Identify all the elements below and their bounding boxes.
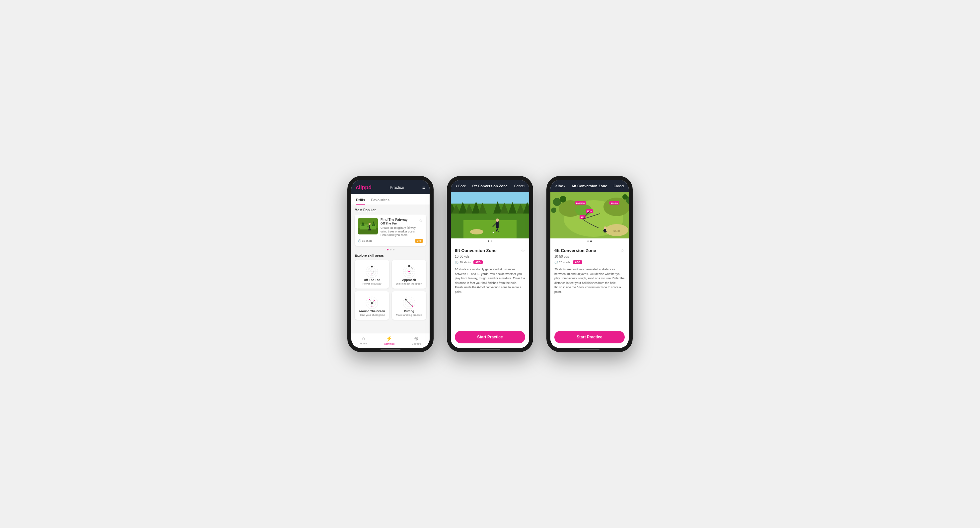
home-indicator-2 [480,349,500,350]
back-button[interactable]: < Back [455,184,466,188]
drill-title: Find The Fairway [380,218,416,222]
home-indicator [380,349,401,350]
clock-icon: 🕐 [358,239,362,242]
drill-meta-row: 🕐 20 shots ARG [455,260,525,264]
dot-3 [393,249,395,250]
skill-card-around-green[interactable]: Around The Green Hone your short game [355,291,389,320]
drill-range-3: 10-50 yds [554,255,625,258]
phone-2-screen: < Back 6ft Conversion Zone Cancel [451,180,529,348]
drill-tag: OTT [415,239,423,243]
favorite-icon[interactable]: ☆ [419,218,423,237]
explore-title: Explore skill areas [355,254,426,257]
capture-label: Capture [412,342,421,345]
nav-activities[interactable]: ⚡ Activities [384,335,395,345]
app-logo: clippd [356,185,372,191]
app-header: clippd Practice ≡ [351,180,430,194]
svg-text:ROUGH: ROUGH [611,202,618,204]
svg-point-28 [408,271,410,272]
home-icon: ⌂ [362,335,365,341]
svg-point-69 [493,232,494,233]
svg-text:FAIRWAY: FAIRWAY [576,202,585,204]
skill-desc-putting: Make and lag practice [396,313,422,316]
phone-1: clippd Practice ≡ Drills Favourites Most… [347,176,434,352]
drill-meta: 🕐 10 shots OTT [358,239,423,243]
phone-2: < Back 6ft Conversion Zone Cancel [447,176,533,352]
drill-card-find-fairway[interactable]: Find The Fairway Off The Tee Create an i… [355,215,426,246]
svg-point-21 [372,274,372,274]
nav-capture[interactable]: ⊕ Capture [412,335,421,345]
image-dots [451,238,529,244]
phone-1-screen: clippd Practice ≡ Drills Favourites Most… [351,180,430,348]
drill-header-row-3: 6ft Conversion Zone ☆ [554,248,625,254]
activities-icon: ⚡ [386,335,393,342]
svg-point-45 [412,306,413,307]
drill-meta-row-3: 🕐 20 shots ARG [554,260,625,264]
drill-shots: 🕐 10 shots [358,239,372,242]
favorite-button[interactable]: ☆ [521,248,525,254]
skill-card-approach[interactable]: Approach Dial-in to hit the green [392,260,426,289]
drill-description-text-3: 20 shots are randomly generated at dista… [554,267,625,294]
back-button-3[interactable]: < Back [555,184,565,188]
drill-range: 10-50 yds [455,255,525,258]
skill-desc-off-tee: Power accuracy [363,282,382,285]
dot-2 [390,249,391,250]
start-practice-button[interactable]: Start Practice [455,331,525,343]
off-tee-icon [364,263,380,278]
home-indicator-3 [579,349,600,350]
detail-title: 6ft Conversion Zone [473,184,508,188]
capture-icon: ⊕ [414,335,418,342]
svg-point-44 [405,299,407,300]
clock-icon-2: 🕐 [455,261,458,264]
approach-icon [401,263,417,278]
detail-body: 6ft Conversion Zone ☆ 10-50 yds 🕐 20 sho… [451,244,529,324]
tab-drills[interactable]: Drills [356,196,365,204]
drill-category-tag: ARG [473,260,483,264]
phone-3: < Back 6ft Conversion Zone Cancel [546,176,633,352]
drill-header-row: 6ft Conversion Zone ☆ [455,248,525,254]
cancel-button-3[interactable]: Cancel [614,184,624,188]
drill-thumbnail [358,218,378,234]
svg-rect-61 [463,220,517,238]
home-label: Home [360,342,367,345]
start-practice-button-3[interactable]: Start Practice [554,331,625,343]
carousel-dots [355,249,426,250]
skill-name-approach: Approach [402,278,416,282]
drill-subtitle: Off The Tee [380,222,416,225]
most-popular-title: Most Popular [355,208,426,212]
dot-1 [387,249,388,250]
svg-point-90 [604,227,606,229]
skill-card-putting[interactable]: Putting Make and lag practice [392,291,426,320]
tab-bar: Drills Favourites [351,194,430,205]
drill-info: Find The Fairway Off The Tee Create an i… [380,218,416,237]
image-dots-3 [550,238,629,244]
drill-shots-count-3: 🕐 20 shots [554,261,570,264]
svg-point-3 [368,230,371,231]
skill-name-around-green: Around The Green [359,309,385,313]
svg-text:SAND: SAND [613,230,620,232]
tab-favourites[interactable]: Favourites [371,196,390,204]
drill-main-title: 6ft Conversion Zone [455,248,496,253]
nav-home[interactable]: ⌂ Home [360,335,367,345]
bottom-navigation: ⌂ Home ⚡ Activities ⊕ Capture [351,333,430,348]
detail-header: < Back 6ft Conversion Zone Cancel [451,180,529,192]
menu-icon[interactable]: ≡ [422,185,425,190]
cancel-button[interactable]: Cancel [514,184,525,188]
putting-icon [401,295,417,309]
screen-content: Most Popular [351,205,430,333]
svg-point-29 [410,273,411,274]
drill-description: Create an imaginary fairway using trees … [380,226,416,237]
around-green-icon [364,295,380,309]
phones-container: clippd Practice ≡ Drills Favourites Most… [347,176,633,352]
image-dot-3-2 [590,241,592,242]
detail-body-3: 6ft Conversion Zone ☆ 10-50 yds 🕐 20 sho… [550,244,629,324]
svg-point-64 [496,219,499,222]
start-practice-section: Start Practice [451,324,529,348]
drill-category-tag-3: ARG [573,260,582,264]
image-dot-3-1 [587,241,589,242]
image-dot-1 [488,241,489,242]
phone-3-screen: < Back 6ft Conversion Zone Cancel [550,180,629,348]
skill-card-off-tee[interactable]: Off The Tee Power accuracy [355,260,389,289]
skill-desc-approach: Dial-in to hit the green [396,282,422,285]
favorite-button-3[interactable]: ☆ [620,248,625,254]
skill-grid: Off The Tee Power accuracy [355,260,426,320]
